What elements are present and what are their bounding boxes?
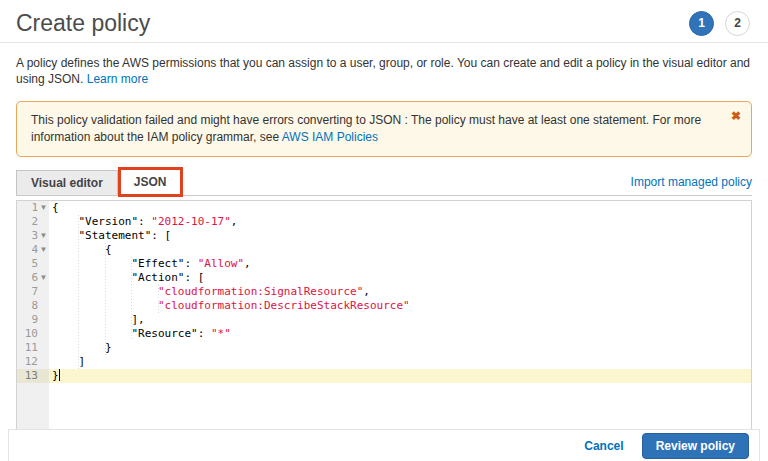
line-number: 7: [17, 285, 49, 299]
code-line-text[interactable]: }: [49, 369, 751, 383]
page-title: Create policy: [16, 10, 150, 36]
editor-tabs-bar: Visual editor JSON Import managed policy: [16, 167, 752, 196]
code-line-text[interactable]: "cloudformation:DescribeStackResource": [49, 299, 751, 313]
line-number: 8: [17, 299, 49, 313]
step-2-indicator: 2: [725, 11, 750, 36]
code-line-text[interactable]: "Effect": "Allow",: [49, 257, 751, 271]
editor-tabs: Visual editor JSON: [16, 167, 183, 195]
line-number: 5: [17, 257, 49, 271]
line-number: 13: [17, 369, 49, 383]
validation-warning-banner: This policy validation failed and might …: [16, 101, 752, 157]
learn-more-link[interactable]: Learn more: [87, 72, 148, 86]
line-number: 9: [17, 313, 49, 327]
line-number: 6▼: [17, 271, 49, 285]
editor-line[interactable]: 10 "Resource": "*": [17, 327, 751, 341]
editor-line[interactable]: 13}: [17, 369, 751, 383]
line-number: 12: [17, 355, 49, 369]
tab-json[interactable]: JSON: [118, 167, 183, 197]
fold-arrow-icon[interactable]: ▼: [38, 201, 49, 215]
editor-line[interactable]: 7 "cloudformation:SignalResource",: [17, 285, 751, 299]
code-line-text[interactable]: ]: [49, 355, 751, 369]
import-managed-policy-link[interactable]: Import managed policy: [631, 175, 752, 195]
cancel-link[interactable]: Cancel: [584, 439, 623, 453]
line-number: 2: [17, 215, 49, 229]
line-number: 11: [17, 341, 49, 355]
line-number: 10: [17, 327, 49, 341]
fold-arrow-icon[interactable]: ▼: [38, 243, 49, 257]
line-number: 1▼: [17, 201, 49, 215]
code-line-text[interactable]: "Resource": "*": [49, 327, 751, 341]
editor-line[interactable]: 1▼{: [17, 201, 751, 215]
editor-line[interactable]: 11 }: [17, 341, 751, 355]
json-policy-editor[interactable]: 1▼{2 "Version": "2012-10-17",3▼ "Stateme…: [16, 200, 752, 454]
editor-line[interactable]: 5 "Effect": "Allow",: [17, 257, 751, 271]
page-header: Create policy 1 2: [0, 0, 768, 43]
editor-line[interactable]: 12 ]: [17, 355, 751, 369]
editor-lines: 1▼{2 "Version": "2012-10-17",3▼ "Stateme…: [17, 201, 751, 383]
code-line-text[interactable]: "Version": "2012-10-17",: [49, 215, 751, 229]
editor-line[interactable]: 3▼ "Statement": [: [17, 229, 751, 243]
code-line-text[interactable]: {: [49, 243, 751, 257]
aws-iam-policies-link[interactable]: AWS IAM Policies: [282, 130, 378, 144]
code-line-text[interactable]: ],: [49, 313, 751, 327]
code-line-text[interactable]: "cloudformation:SignalResource",: [49, 285, 751, 299]
wizard-steps: 1 2: [689, 11, 752, 36]
editor-line[interactable]: 6▼ "Action": [: [17, 271, 751, 285]
code-line-text[interactable]: {: [49, 201, 751, 215]
line-number: 4▼: [17, 243, 49, 257]
editor-line[interactable]: 9 ],: [17, 313, 751, 327]
code-line-text[interactable]: "Statement": [: [49, 229, 751, 243]
editor-line[interactable]: 2 "Version": "2012-10-17",: [17, 215, 751, 229]
page-description: A policy defines the AWS permissions tha…: [16, 55, 752, 87]
editor-line[interactable]: 8 "cloudformation:DescribeStackResource": [17, 299, 751, 313]
banner-close-icon[interactable]: ✖: [731, 108, 741, 125]
review-policy-button[interactable]: Review policy: [642, 433, 749, 459]
text-cursor: [59, 369, 60, 381]
wizard-footer: Cancel Review policy: [8, 429, 760, 461]
tab-visual-editor[interactable]: Visual editor: [16, 170, 118, 195]
code-line-text[interactable]: }: [49, 341, 751, 355]
line-number: 3▼: [17, 229, 49, 243]
fold-arrow-icon[interactable]: ▼: [38, 229, 49, 243]
editor-line[interactable]: 4▼ {: [17, 243, 751, 257]
fold-arrow-icon[interactable]: ▼: [38, 271, 49, 285]
step-1-indicator: 1: [689, 11, 714, 36]
code-line-text[interactable]: "Action": [: [49, 271, 751, 285]
